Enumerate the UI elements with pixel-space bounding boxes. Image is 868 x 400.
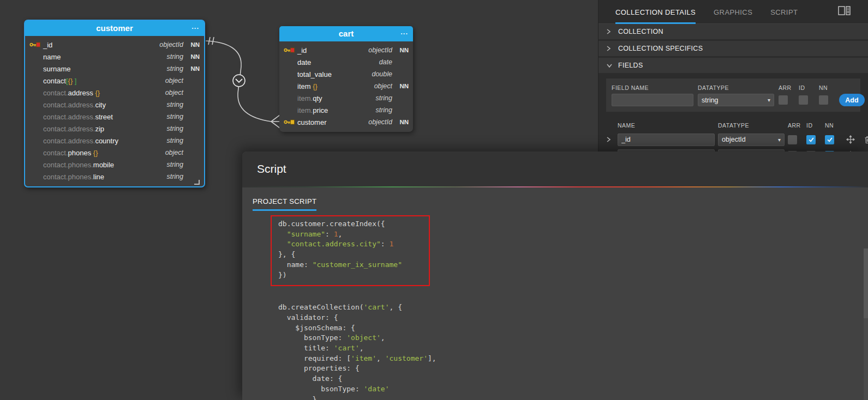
field-name: surname: [43, 65, 140, 73]
field-row[interactable]: contact.phones.mobilestring: [25, 159, 204, 171]
field-datatype: date: [353, 58, 392, 66]
field-datatype: string: [140, 137, 183, 144]
field-row[interactable]: customerobjectIdNN: [279, 116, 413, 128]
section-fields[interactable]: FIELDS: [598, 58, 868, 73]
field-row[interactable]: contact.address {}object: [25, 87, 204, 99]
entity-menu-button[interactable]: ...: [191, 19, 199, 34]
nn-column-header: NN: [825, 120, 840, 130]
section-collection-specifics[interactable]: COLLECTION SPECIFICS: [598, 41, 868, 56]
field-row[interactable]: contact.phones.linestring: [25, 171, 204, 183]
field-row[interactable]: _idobjectIdNN: [25, 39, 204, 51]
datatype-column-header: DATATYPE: [718, 120, 785, 130]
field-nn-flag: NN: [392, 47, 409, 53]
field-row[interactable]: total_valuedouble: [279, 68, 413, 80]
entity-customer[interactable]: customer ... _idobjectIdNNnamestringNNsu…: [24, 20, 205, 187]
row-id-checkbox[interactable]: [806, 135, 816, 144]
field-name: customer: [297, 118, 353, 126]
nn-checkbox[interactable]: [819, 95, 828, 105]
row-arr-checkbox[interactable]: [788, 135, 797, 144]
field-name-input[interactable]: [612, 94, 693, 106]
field-row[interactable]: surnamestringNN: [25, 63, 204, 75]
entity-cart[interactable]: cart ... _idobjectIdNNdatedatetotal_valu…: [279, 26, 413, 132]
section-collection[interactable]: COLLECTION: [598, 24, 868, 39]
field-name-label: FIELD NAME: [612, 83, 693, 93]
field-name: item {}: [297, 82, 353, 90]
field-datatype: double: [353, 70, 392, 78]
chevron-right-icon: [606, 28, 618, 35]
move-icon: [846, 135, 855, 144]
resize-handle[interactable]: [194, 180, 200, 185]
field-nn-flag: NN: [392, 119, 409, 125]
field-row[interactable]: contact.address.streetstring: [25, 111, 204, 123]
field-name: contact.address.country: [43, 137, 140, 145]
name-column-header: NAME: [618, 120, 715, 130]
trash-icon: [864, 136, 868, 144]
field-name: contact[{} ]: [43, 77, 140, 85]
move-field-button[interactable]: [843, 135, 858, 144]
script-modal-header[interactable]: Script: [242, 151, 868, 186]
field-row[interactable]: namestringNN: [25, 51, 204, 63]
field-nn-flag: NN: [392, 83, 409, 89]
field-datatype: string: [140, 53, 183, 60]
row-nn-checkbox[interactable]: [825, 135, 834, 144]
modal-title: Script: [257, 162, 286, 175]
expand-row-icon[interactable]: [606, 136, 614, 143]
field-row[interactable]: contact[{} ]object: [25, 75, 204, 87]
field-table-row: objectId▾: [606, 132, 860, 147]
entity-field-list: _idobjectIdNNnamestringNNsurnamestringNN…: [25, 36, 204, 186]
field-datatype: objectId: [140, 41, 183, 49]
field-nn-flag: NN: [183, 65, 200, 72]
split-panel-icon[interactable]: [838, 6, 851, 17]
field-name: contact.phones.line: [43, 173, 140, 181]
primary-key-icon: [29, 41, 40, 48]
code-block: db.createCollection('cart', { validator:…: [271, 302, 868, 400]
field-row[interactable]: contact.address.citystring: [25, 99, 204, 111]
check-icon: [808, 136, 815, 143]
field-row[interactable]: _idobjectIdNN: [279, 44, 413, 56]
foreign-key-icon: [284, 119, 295, 125]
field-datatype: object: [140, 77, 183, 84]
tab-script[interactable]: SCRIPT: [770, 0, 798, 24]
arr-checkbox[interactable]: [779, 95, 788, 105]
datatype-select[interactable]: string ▾: [698, 94, 774, 106]
nn-label: NN: [819, 83, 835, 93]
tab-project-script[interactable]: PROJECT SCRIPT: [253, 197, 316, 211]
tab-collection-details[interactable]: COLLECTION DETAILS: [615, 0, 696, 24]
script-code[interactable]: db.customer.createIndex({ "surname": 1, …: [242, 211, 868, 400]
field-row[interactable]: item {}objectNN: [279, 80, 413, 92]
entity-menu-button[interactable]: ...: [400, 25, 408, 40]
id-checkbox[interactable]: [799, 95, 808, 105]
delete-field-button[interactable]: [861, 136, 868, 144]
field-row[interactable]: contact.phones {}object: [25, 147, 204, 159]
field-name: date: [297, 58, 353, 66]
row-datatype-select[interactable]: objectId▾: [718, 134, 785, 146]
field-name: contact.address {}: [43, 89, 140, 97]
field-datatype: objectId: [353, 46, 392, 54]
entity-title: cart: [339, 29, 354, 38]
field-row[interactable]: contact.address.countrystring: [25, 135, 204, 147]
entity-header[interactable]: cart ...: [279, 26, 413, 41]
row-name-input[interactable]: [618, 134, 715, 146]
caret-down-icon: ▾: [768, 97, 770, 103]
field-name: contact.phones {}: [43, 149, 140, 157]
entity-title: customer: [96, 23, 133, 33]
chevron-right-icon: [606, 45, 618, 52]
field-datatype: string: [353, 106, 392, 114]
field-row[interactable]: item.qtystring: [279, 92, 413, 104]
highlighted-code-block: db.customer.createIndex({ "surname": 1, …: [271, 215, 430, 286]
entity-header[interactable]: customer ...: [25, 21, 204, 36]
modal-scrollbar[interactable]: [864, 249, 868, 400]
field-name: contact.address.street: [43, 113, 140, 121]
field-name: contact.address.city: [43, 101, 140, 109]
field-name: item.qty: [297, 94, 353, 102]
script-modal: Script PROJECT SCRIPT db.customer.create…: [242, 151, 868, 400]
tab-graphics[interactable]: GRAPHICS: [714, 0, 752, 24]
field-datatype: string: [140, 161, 183, 168]
add-field-button[interactable]: Add: [839, 94, 865, 106]
field-row[interactable]: contact.address.zipstring: [25, 123, 204, 135]
chevron-down-icon: [606, 63, 618, 68]
field-row[interactable]: item.pricestring: [279, 104, 413, 116]
id-column-header: ID: [806, 120, 822, 130]
field-name: total_value: [297, 70, 353, 78]
field-row[interactable]: datedate: [279, 56, 413, 68]
